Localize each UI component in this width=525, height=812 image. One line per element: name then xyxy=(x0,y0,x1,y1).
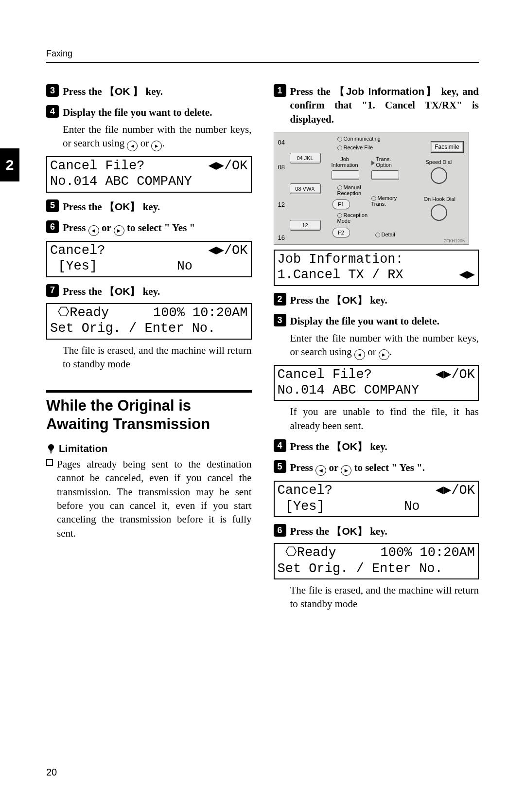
section-title: While the Original is Awaiting Transmiss… xyxy=(46,397,252,433)
right-arrow-icon: ▸ xyxy=(379,349,389,360)
speed-dial-button xyxy=(431,167,447,184)
led-icon xyxy=(337,137,342,142)
lcd-text: ◀▶/OK xyxy=(436,483,475,498)
lcd-text: Set Orig. / Enter No. xyxy=(50,321,215,336)
lcd-text: ⎔Ready xyxy=(50,305,109,321)
ok-key-label: OK xyxy=(342,441,357,452)
lcd-text: Set Orig. / Enter No. xyxy=(278,561,443,577)
step-number-icon: 7 xyxy=(46,284,59,297)
left-arrow-icon: ◂ xyxy=(88,225,99,236)
lcd-cancel-yesno: Cancel?◀▶/OK [Yes]No xyxy=(46,241,252,277)
trans-option-button xyxy=(371,170,399,180)
lcd-text: ◀▶/OK xyxy=(208,243,247,258)
text: Press the xyxy=(290,86,334,97)
ok-key-label: OK xyxy=(342,294,357,306)
led-icon xyxy=(337,145,342,150)
text: or xyxy=(138,137,151,149)
right-arrow-icon: ▸ xyxy=(341,465,351,476)
text: . xyxy=(389,346,392,358)
led-icon xyxy=(375,233,380,237)
lcd-text: Job Information: xyxy=(278,252,403,267)
right-arrow-icon: ▸ xyxy=(114,225,124,236)
f2-button: F2 xyxy=(332,228,350,237)
key-bracket: 【 xyxy=(334,86,346,97)
lcd-text: ◀▶/OK xyxy=(436,367,475,382)
key-bracket: 】 xyxy=(357,441,368,452)
lcd-text: Cancel? xyxy=(50,243,105,258)
step-number-icon: 3 xyxy=(46,84,59,97)
step-7: 7 Press the 【OK】 key. xyxy=(46,284,252,298)
lcd-text: 1.Cancel TX / RX xyxy=(278,267,403,283)
ok-key-label: OK xyxy=(342,525,357,537)
lightbulb-icon xyxy=(46,444,56,453)
panel-label: Detail xyxy=(382,232,395,237)
step-number-icon: 4 xyxy=(46,105,59,118)
step-7-after: The file is erased, and the machine will… xyxy=(63,343,252,371)
panel-row-number: 04 xyxy=(278,138,285,147)
key-bracket: 】 xyxy=(130,86,143,97)
text: Press xyxy=(290,462,316,473)
lcd-ready-r: ⎔Ready100% 10:20AM Set Orig. / Enter No. xyxy=(274,543,479,579)
right-arrow-icon: ▸ xyxy=(151,141,162,151)
step-3: 3 Press the 【OK 】 key. xyxy=(46,84,252,98)
key-bracket: 】 xyxy=(424,86,437,97)
step-6: 6 Press ◂ or ▸ to select " Yes " xyxy=(46,220,252,236)
key-bracket: 【 xyxy=(105,201,115,212)
ok-key-label: OK xyxy=(115,286,130,297)
job-info-key-label: Job Information xyxy=(346,86,424,97)
text: or xyxy=(326,462,341,473)
after-b: If you are unable to find the file, it h… xyxy=(290,405,479,433)
panel-row-number: 08 xyxy=(278,163,285,172)
text: key. xyxy=(370,441,387,452)
step-number-icon: 4 xyxy=(274,439,286,452)
after-d: The file is erased, and the machine will… xyxy=(290,583,479,611)
key-bracket: 【 xyxy=(332,525,342,537)
key-bracket: 【 xyxy=(105,286,115,297)
panel-row-number: 16 xyxy=(278,234,285,242)
lcd-text: ◀▶ xyxy=(459,267,475,283)
f1-button: F1 xyxy=(332,199,350,209)
quick-dial-button: 08 VWX xyxy=(290,183,321,194)
lcd-text: 100% 10:20AM xyxy=(381,545,475,560)
step-5: 5 Press the 【OK】 key. xyxy=(46,199,252,214)
text: to select " Yes " xyxy=(124,222,195,234)
on-hook-dial-button xyxy=(431,204,447,221)
left-arrow-icon: ◂ xyxy=(315,465,326,476)
panel-label: Job Information xyxy=(332,157,358,168)
step-number-icon: 2 xyxy=(274,293,286,306)
running-head: Faxing xyxy=(46,49,479,63)
step-number-icon: 6 xyxy=(46,220,59,233)
key-bracket: 】 xyxy=(357,294,368,306)
lcd-text: Cancel File? xyxy=(278,367,372,382)
svg-rect-0 xyxy=(47,460,52,466)
facsimile-button: Facsimile xyxy=(431,141,464,153)
lcd-ready: ⎔Ready100% 10:20AM Set Orig. / Enter No. xyxy=(46,303,252,340)
lcd-cancel-file-r: Cancel File?◀▶/OK No.014 ABC COMPANY xyxy=(274,365,479,401)
step-4: 4 Display the file you want to delete. xyxy=(46,105,252,119)
key-bracket: 】 xyxy=(130,286,140,297)
panel-label: On Hook Dial xyxy=(424,197,455,202)
lcd-text: Cancel? xyxy=(278,483,332,498)
text: key. xyxy=(370,525,387,537)
lcd-job-info: Job Information: 1.Cancel TX / RX◀▶ xyxy=(274,250,479,286)
text: . xyxy=(162,137,164,149)
triangle-icon xyxy=(371,161,375,165)
text: Display the file you want to delete. xyxy=(63,105,212,119)
section-rule xyxy=(46,390,252,393)
limitation-item: Pages already being sent to the destinat… xyxy=(46,457,252,540)
step-number-icon: 5 xyxy=(274,460,286,473)
ok-key-label: OK xyxy=(115,86,130,97)
text: key. xyxy=(370,294,387,306)
key-bracket: 】 xyxy=(130,201,140,212)
lcd-text: No xyxy=(177,258,248,274)
step-number-icon: 5 xyxy=(46,199,59,212)
text: Press the xyxy=(290,525,332,537)
ok-key-label: OK xyxy=(115,201,130,212)
lcd-text: [Yes] xyxy=(278,499,325,514)
step-4r: 4 Press the 【OK】 key. xyxy=(274,439,479,453)
step-number-icon: 6 xyxy=(274,524,286,537)
text: key. xyxy=(143,201,160,213)
key-bracket: 【 xyxy=(105,86,115,97)
key-bracket: 【 xyxy=(332,294,342,306)
step-1: 1 Press the 【Job Information】 key, and c… xyxy=(274,84,479,126)
